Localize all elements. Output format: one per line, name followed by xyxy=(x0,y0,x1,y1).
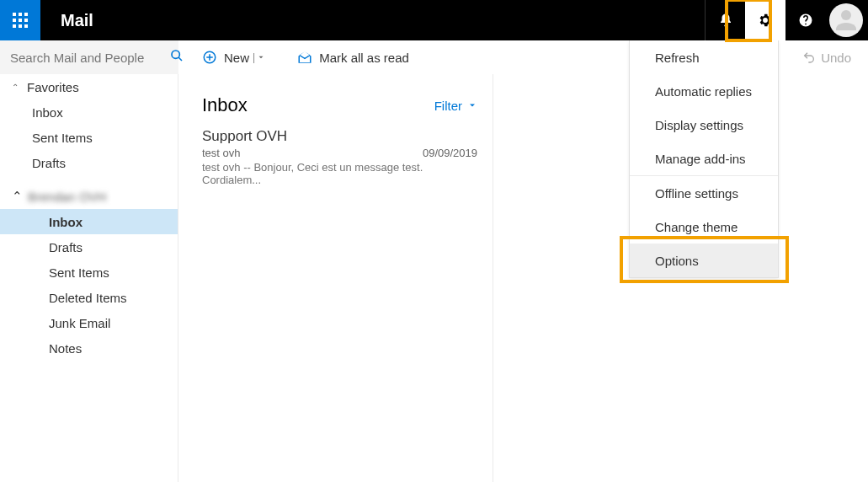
chevron-down-icon[interactable] xyxy=(257,53,265,62)
sidebar-inbox[interactable]: Inbox xyxy=(0,209,178,234)
chevron-down-icon xyxy=(467,100,477,110)
account-group[interactable]: ⌃ Brendan OVH xyxy=(0,184,178,209)
message-preview: test ovh -- Bonjour, Ceci est un message… xyxy=(202,161,477,186)
menu-refresh[interactable]: Refresh xyxy=(630,40,778,74)
menu-display-settings[interactable]: Display settings xyxy=(630,108,778,142)
markall-label: Mark all as read xyxy=(319,51,409,65)
message-from: Support OVH xyxy=(202,128,477,145)
chevron-up-icon: ⌃ xyxy=(12,83,22,92)
filter-button[interactable]: Filter xyxy=(434,99,477,113)
svg-rect-7 xyxy=(19,24,22,28)
new-button[interactable]: New | xyxy=(202,50,272,65)
favorites-label: Favorites xyxy=(27,80,79,94)
svg-point-9 xyxy=(841,10,851,20)
user-avatar[interactable] xyxy=(829,3,863,37)
mark-all-read-button[interactable]: Mark all as read xyxy=(297,50,409,65)
message-date: 09/09/2019 xyxy=(423,147,477,159)
help-icon xyxy=(798,13,813,28)
sidebar-notes[interactable]: Notes xyxy=(0,335,178,361)
top-bar: Mail xyxy=(0,0,868,40)
search-input[interactable] xyxy=(10,51,170,65)
sidebar-fav-inbox[interactable]: Inbox xyxy=(0,99,178,125)
message-item[interactable]: Support OVH test ovh 09/09/2019 test ovh… xyxy=(202,128,477,186)
svg-rect-8 xyxy=(24,24,28,28)
sidebar-junk[interactable]: Junk Email xyxy=(0,310,178,335)
app-launcher-button[interactable] xyxy=(0,0,40,40)
notifications-button[interactable] xyxy=(705,0,745,40)
undo-button[interactable]: Undo xyxy=(802,51,851,65)
svg-rect-2 xyxy=(24,13,28,16)
plus-circle-icon xyxy=(202,50,217,65)
filter-label: Filter xyxy=(434,99,462,113)
help-button[interactable] xyxy=(785,0,826,40)
svg-point-10 xyxy=(172,51,179,58)
sidebar-drafts[interactable]: Drafts xyxy=(0,234,178,260)
menu-change-theme[interactable]: Change theme xyxy=(630,210,778,244)
undo-icon xyxy=(802,51,816,64)
sidebar-fav-drafts[interactable]: Drafts xyxy=(0,150,178,175)
waffle-icon xyxy=(13,13,28,28)
top-right-icons xyxy=(705,0,868,40)
svg-rect-4 xyxy=(19,19,22,22)
undo-label: Undo xyxy=(821,51,851,65)
inbox-title: Inbox xyxy=(202,94,248,116)
account-name: Brendan OVH xyxy=(28,190,106,204)
settings-button[interactable] xyxy=(745,0,785,40)
sidebar-sent[interactable]: Sent Items xyxy=(0,260,178,285)
search-box[interactable] xyxy=(0,40,178,74)
message-list: Inbox Filter Support OVH test ovh 09/09/… xyxy=(178,74,493,482)
svg-rect-5 xyxy=(24,19,28,22)
message-subject: test ovh xyxy=(202,147,241,159)
envelope-open-icon xyxy=(297,50,312,65)
sidebar: ⌃ Favorites Inbox Sent Items Drafts ⌃ Br… xyxy=(0,74,178,482)
chevron-up-icon: ⌃ xyxy=(12,189,23,204)
menu-auto-replies[interactable]: Automatic replies xyxy=(630,74,778,108)
settings-menu: Refresh Automatic replies Display settin… xyxy=(629,40,779,278)
favorites-group[interactable]: ⌃ Favorites xyxy=(0,74,178,99)
new-split: | xyxy=(253,51,255,63)
sidebar-deleted[interactable]: Deleted Items xyxy=(0,285,178,310)
sidebar-fav-sent[interactable]: Sent Items xyxy=(0,125,178,150)
person-icon xyxy=(831,5,861,35)
search-icon[interactable] xyxy=(170,49,184,66)
svg-rect-3 xyxy=(13,19,16,22)
svg-rect-6 xyxy=(13,24,16,28)
menu-manage-addins[interactable]: Manage add-ins xyxy=(630,142,778,175)
gear-icon xyxy=(757,12,774,29)
menu-options[interactable]: Options xyxy=(630,244,778,277)
menu-offline-settings[interactable]: Offline settings xyxy=(630,176,778,210)
svg-line-11 xyxy=(178,57,182,61)
svg-rect-0 xyxy=(13,13,16,16)
new-label: New xyxy=(224,51,249,65)
svg-rect-1 xyxy=(19,13,22,16)
app-title: Mail xyxy=(61,11,93,30)
bell-icon xyxy=(718,13,733,28)
